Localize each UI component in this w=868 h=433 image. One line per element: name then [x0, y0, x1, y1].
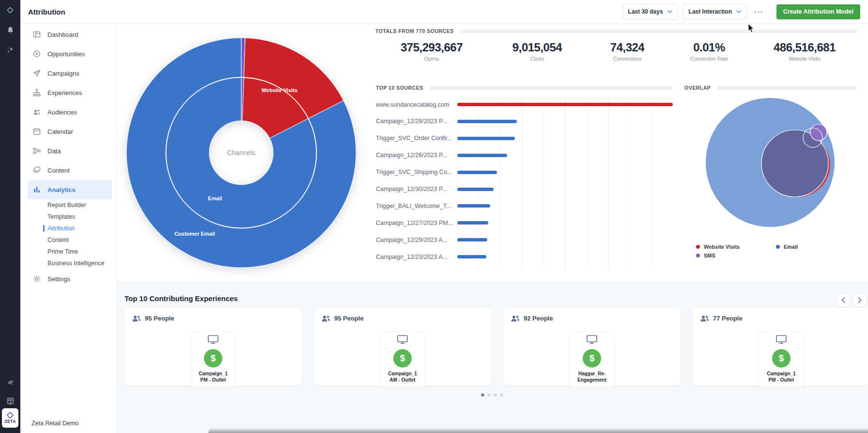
dollar-icon: $ [583, 349, 601, 368]
sidebar-subitem-label: Business Intelligence [47, 260, 104, 267]
sidebar-item-dashboard[interactable]: Dashboard [28, 25, 112, 44]
calendar-icon [33, 128, 41, 135]
source-bar-track [457, 171, 673, 174]
source-row[interactable]: Trigger_SVC_Order Confir... [376, 130, 673, 147]
campaign-tile-title: Campaign_1 PM - Outlet [192, 370, 234, 383]
source-bar[interactable] [457, 137, 515, 140]
source-bar[interactable] [457, 103, 673, 106]
overlap-circle-sms[interactable] [810, 124, 827, 141]
campaign-tile-title: Haggar_Re- Engagement [571, 370, 613, 383]
source-row[interactable]: Trigger_BALI_Welcome_T... [376, 197, 673, 214]
source-label: Campaign_12/30/2023 P... [376, 186, 457, 192]
sidebar-item-campaigns[interactable]: Campaigns [28, 64, 112, 83]
audiences-icon [33, 108, 41, 116]
source-row[interactable]: Campaign_12/23/2023 A... [376, 248, 673, 265]
zeta-badge-label: ZETA [4, 419, 16, 424]
source-row[interactable]: Campaign_12/26/2023 P... [376, 147, 673, 164]
logo-diamond-icon[interactable] [0, 5, 20, 15]
source-bar[interactable] [457, 171, 497, 174]
experience-card[interactable]: 95 People$Campaign_1 PM - Outlet [124, 308, 302, 385]
main-content: Website Visits Channels Email Customer E… [116, 23, 868, 433]
experience-card[interactable]: 95 People$Campaign_1 AM - Outlet [314, 308, 491, 385]
experience-card[interactable]: 92 People$Haggar_Re- Engagement [503, 308, 681, 385]
sidebar-item-calendar[interactable]: Calendar [28, 122, 112, 141]
experience-card-header: 95 People [132, 315, 174, 322]
sidebar-item-analytics[interactable]: Analytics [28, 180, 112, 199]
carousel-prev-button[interactable] [837, 293, 850, 307]
campaign-tile[interactable]: $Haggar_Re- Engagement [569, 331, 615, 387]
campaign-tile[interactable]: $Campaign_1 PM - Outlet [190, 331, 236, 387]
sidebar-item-settings[interactable]: Settings [28, 269, 112, 289]
campaign-tile-title: Campaign_1 AM - Outlet [382, 370, 423, 383]
create-attribution-model-button[interactable]: Create Attribution Model [776, 4, 860, 19]
date-range-dropdown[interactable]: Last 30 days [622, 4, 678, 19]
sidebar-subitem-prime-time[interactable]: Prime Time [20, 246, 116, 257]
sidebar-item-label: Settings [47, 275, 70, 283]
source-bar[interactable] [457, 238, 487, 241]
source-row[interactable]: Campaign_12/27/2023 PM... [376, 214, 673, 231]
sidebar-subitem-business-intelligence[interactable]: Business Intelligence [20, 257, 116, 269]
source-bar-track [457, 255, 673, 258]
sidebar-subitem-templates[interactable]: Templates [20, 211, 116, 223]
experience-cards: 95 People$Campaign_1 PM - Outlet95 Peopl… [124, 308, 868, 385]
sidebar-item-data[interactable]: Data [28, 141, 112, 160]
people-count: 95 People [334, 315, 364, 322]
sunburst-label-email: Email [208, 195, 222, 201]
bell-icon[interactable] [0, 26, 20, 35]
carousel-dot[interactable] [481, 393, 484, 397]
chevron-down-icon [736, 10, 741, 13]
campaign-tile[interactable]: $Campaign_1 PM - Outlet [759, 331, 804, 387]
source-row[interactable]: Campaign_12/29/2023 A... [376, 231, 673, 248]
stat-value: 74,324 [610, 41, 644, 54]
sidebar-item-audiences[interactable]: Audiences [28, 102, 112, 122]
source-row[interactable]: Trigger_SVC_Shipping Co... [376, 164, 673, 181]
source-row[interactable]: Campaign_12/29/2023 P... [376, 113, 673, 130]
campaign-tile-title: Campaign_1 PM - Outlet [760, 370, 802, 383]
sidebar-nav: DashboardOpportunitiesCampaignsExperienc… [20, 23, 116, 289]
campaigns-icon [33, 69, 41, 77]
book-icon[interactable] [0, 397, 20, 406]
source-bar[interactable] [457, 221, 488, 225]
campaign-tile[interactable]: $Campaign_1 AM - Outlet [380, 331, 425, 387]
sidebar-subitem-report-builder[interactable]: Report Builder [20, 199, 116, 211]
zeta-logo[interactable]: ZETA [2, 408, 18, 428]
carousel-dot[interactable] [494, 393, 497, 397]
source-bar-track [457, 204, 673, 208]
carousel-dots [481, 393, 503, 397]
experiences-icon [33, 89, 41, 96]
stat-website-visits: 486,516,681Website Visits [774, 41, 836, 62]
chevron-down-icon [667, 10, 672, 13]
source-bar[interactable] [457, 255, 486, 258]
carousel-dot[interactable] [487, 393, 491, 397]
source-bar[interactable] [457, 188, 494, 191]
legend-item-email: Email [776, 242, 856, 251]
sunburst-label-customer-email: Customer Email [174, 231, 215, 237]
sidebar-item-content[interactable]: Content [28, 160, 112, 180]
overlap-venn-chart[interactable] [698, 92, 843, 235]
more-options-button[interactable]: ••• [752, 8, 766, 16]
sidebar-subitem-attribution[interactable]: Attribution [20, 223, 116, 234]
experiences-section: Top 10 Contributing Experiences 95 Peopl… [116, 282, 868, 433]
carousel-dot[interactable] [500, 393, 503, 397]
signal-icon[interactable] [0, 377, 20, 386]
sidebar-item-opportunities[interactable]: Opportunities [28, 44, 112, 64]
experience-card[interactable]: 77 People$Campaign_1 PM - Outlet [693, 308, 868, 385]
sidebar-subitem-content[interactable]: Content [20, 234, 116, 246]
source-row[interactable]: www.sundancecatalog.com [376, 96, 673, 113]
source-bar[interactable] [457, 204, 490, 208]
dashboard-icon [33, 31, 41, 38]
source-row[interactable]: Campaign_12/30/2023 P... [376, 181, 673, 198]
source-bar[interactable] [457, 154, 507, 157]
source-label: Trigger_SVC_Order Confir... [376, 135, 457, 142]
people-icon [322, 315, 330, 322]
sidebar-item-experiences[interactable]: Experiences [28, 83, 112, 102]
carousel-next-button[interactable] [853, 293, 867, 307]
source-bar[interactable] [457, 120, 517, 123]
sidebar-item-label: Data [47, 147, 61, 155]
source-label: Trigger_BALI_Welcome_T... [376, 203, 457, 209]
sidebar-subitem-label: Attribution [47, 225, 75, 232]
sidebar-item-label: Content [47, 167, 70, 174]
monitor-icon [382, 335, 423, 346]
attribution-model-dropdown[interactable]: Last Interaction [683, 4, 747, 19]
sparkles-icon[interactable] [0, 46, 20, 54]
